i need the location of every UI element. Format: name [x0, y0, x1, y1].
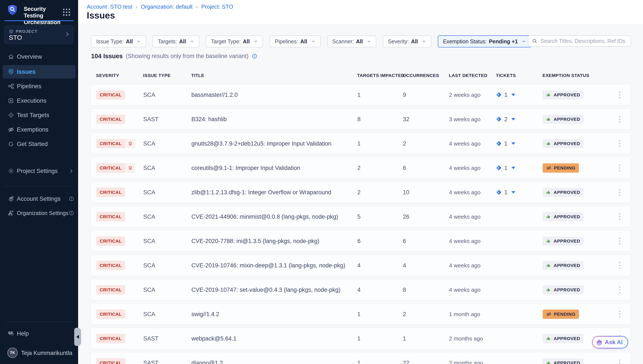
sidebar-item-pipelines[interactable]: Pipelines: [3, 80, 76, 93]
issue-type: SCA: [143, 164, 155, 171]
filter-chip[interactable]: Target Type: All: [206, 35, 263, 48]
issue-title[interactable]: zlib@1:1.2.13.dfsg-1: Integer Overflow o…: [191, 189, 331, 196]
chevron-down-icon: [367, 39, 371, 44]
chevron-down-icon: [137, 39, 141, 44]
issue-row[interactable]: CRITICAL SAST django@1.2 1 22 2 months a…: [91, 352, 631, 364]
row-menu-button[interactable]: [618, 188, 622, 197]
sidebar-item-exemptions[interactable]: Exemptions: [3, 123, 76, 136]
sidebar-item-account-settings[interactable]: Account Settings: [3, 192, 76, 206]
sidebar-item-help[interactable]: ? Help: [3, 327, 76, 340]
row-menu-button[interactable]: [618, 114, 622, 124]
ticket-caret-down-icon[interactable]: [511, 94, 515, 96]
ask-ai-button[interactable]: Ask AI: [592, 336, 628, 348]
ticket-caret-down-icon[interactable]: [511, 191, 515, 194]
sidebar-item-test-targets[interactable]: Test Targets: [3, 108, 76, 122]
issue-row[interactable]: CRITICAL SCA gnutls28@3.7.9-2+deb12u5: I…: [91, 133, 631, 154]
issue-row[interactable]: CRITICAL SCA CVE-2020-7788: ini@1.3.5 (l…: [91, 230, 631, 252]
sidebar-item-organization-settings[interactable]: Organization Settings: [3, 206, 76, 220]
ticket-link[interactable]: 1: [496, 92, 515, 98]
filter-chip[interactable]: Severity: All: [383, 35, 431, 48]
row-menu-button[interactable]: [618, 310, 622, 319]
issue-title[interactable]: gnutls28@3.7.9-2+deb12u5: Improper Input…: [191, 140, 331, 147]
thumbs-up-icon: [546, 360, 551, 364]
org-chart-gear-icon: [8, 210, 14, 216]
issue-row[interactable]: CRITICAL SCA zlib@1:1.2.13.dfsg-1: Integ…: [91, 182, 631, 203]
issue-row[interactable]: CRITICAL SCA CVE-2021-44906: minimist@0.…: [91, 206, 631, 227]
filter-chip[interactable]: Targets: All: [153, 35, 199, 48]
issue-title[interactable]: swig//1.4.2: [191, 311, 219, 318]
row-menu-button[interactable]: [618, 236, 622, 246]
project-label: PROJECT: [16, 29, 38, 34]
issue-type: SCA: [143, 213, 155, 220]
target-icon: [8, 112, 14, 118]
ticket-link[interactable]: 2: [496, 116, 515, 122]
sidebar-item-project-settings[interactable]: Project Settings: [3, 164, 76, 178]
issue-title[interactable]: coreutils@9.1-1: Improper Input Validati…: [191, 164, 300, 171]
issue-title[interactable]: CVE-2019-10747: set-value@0.4.3 (lang-pk…: [191, 286, 340, 293]
project-selector[interactable]: PROJECT STO: [4, 26, 73, 44]
info-icon[interactable]: [252, 53, 257, 59]
occurrences: 6: [403, 164, 406, 171]
issue-title[interactable]: django@1.2: [191, 360, 223, 364]
row-menu-button[interactable]: [618, 212, 622, 222]
column-header: EXEMPTION STATUS: [542, 73, 589, 78]
severity-label: CRITICAL: [96, 334, 125, 343]
issue-row[interactable]: CRITICAL SCA CVE-2019-10746: mixin-deep@…: [91, 255, 631, 276]
issue-title[interactable]: webpack@5.64.1: [191, 335, 237, 342]
issue-title[interactable]: CVE-2019-10746: mixin-deep@1.3.1 (lang-p…: [191, 262, 345, 269]
filter-chip[interactable]: Issue Type: All: [91, 35, 146, 48]
exemption-status-label: APPROVED: [554, 287, 580, 292]
issue-row[interactable]: CRITICAL SAST webpack@5.64.1 1 1 2 month…: [91, 328, 631, 349]
exemption-status-badge: APPROVED: [543, 261, 584, 270]
breadcrumb-project[interactable]: Project: STO: [201, 4, 233, 10]
filter-bar: Issue Type: All Targets: All Target Type…: [91, 35, 531, 48]
sidebar-collapse-handle[interactable]: [74, 328, 81, 346]
row-menu-button[interactable]: [618, 163, 622, 173]
issue-type: SCA: [143, 238, 155, 244]
ticket-caret-down-icon[interactable]: [511, 118, 515, 120]
filter-chip-exemption-status[interactable]: Exemption Status: Pending +1: [438, 35, 531, 48]
issue-row[interactable]: CRITICAL SCA CVE-2019-10747: set-value@0…: [91, 279, 631, 300]
jira-ticket-icon: [496, 141, 502, 146]
row-menu-button[interactable]: [618, 139, 622, 148]
ticket-caret-down-icon[interactable]: [511, 142, 515, 145]
row-menu-button[interactable]: [618, 261, 622, 270]
row-menu-button[interactable]: [618, 285, 622, 294]
nine-dot-grid-icon[interactable]: [63, 9, 70, 16]
ticket-link[interactable]: 1: [496, 189, 515, 196]
exemption-status-label: APPROVED: [554, 214, 580, 219]
targets-impacted: 8: [357, 116, 361, 122]
filter-chip[interactable]: Pipelines: All: [270, 35, 320, 48]
row-menu-button[interactable]: [618, 90, 622, 100]
issue-title[interactable]: CVE-2020-7788: ini@1.3.5 (lang-pkgs, nod…: [191, 238, 319, 244]
severity-badge: CRITICAL: [96, 90, 125, 100]
occurrences: 10: [403, 189, 409, 196]
issue-row[interactable]: CRITICAL SCA bassmaster//1.2.0 1 9 2 wee…: [91, 84, 631, 106]
issue-title[interactable]: CVE-2021-44906: minimist@0.0.8 (lang-pkg…: [191, 213, 338, 220]
sidebar-item-get-started[interactable]: Get Started: [3, 137, 76, 151]
ticket-link[interactable]: 1: [496, 164, 515, 171]
row-menu-button[interactable]: [618, 358, 622, 364]
exemption-status-badge: PENDING: [543, 163, 579, 172]
sidebar: Security Testing Orchestration PROJECT S…: [0, 0, 78, 364]
issue-row[interactable]: CRITICAL SCA coreutils@9.1-1: Improper I…: [91, 157, 631, 178]
issue-type: SCA: [143, 140, 155, 147]
breadcrumb-account[interactable]: Account: STO test: [87, 4, 132, 10]
issue-title[interactable]: B324: hashlib: [191, 116, 227, 122]
sidebar-item-issues[interactable]: Issues: [3, 65, 76, 78]
issue-row[interactable]: CRITICAL SCA swig//1.4.2 1 2 1 month ago…: [91, 304, 631, 325]
ticket-link[interactable]: 1: [496, 140, 515, 147]
ticket-caret-down-icon[interactable]: [511, 167, 515, 169]
sidebar-item-executions[interactable]: Executions: [3, 94, 76, 108]
thumbs-up-icon: [546, 92, 551, 98]
sidebar-item-overview[interactable]: Overview: [3, 50, 76, 64]
user-avatar[interactable]: TK: [7, 348, 18, 358]
issue-row[interactable]: CRITICAL SAST B324: hashlib 8 32 3 weeks…: [91, 108, 631, 130]
breadcrumb-organization[interactable]: Organization: default: [141, 4, 193, 10]
ticket-count: 1: [504, 189, 507, 196]
exemption-status-badge: APPROVED: [543, 90, 584, 100]
user-name[interactable]: Teja Kummarikuntla: [21, 350, 72, 356]
search-input[interactable]: [540, 38, 627, 44]
filter-chip[interactable]: Scanner: All: [327, 35, 376, 48]
issue-title[interactable]: bassmaster//1.2.0: [191, 92, 238, 98]
